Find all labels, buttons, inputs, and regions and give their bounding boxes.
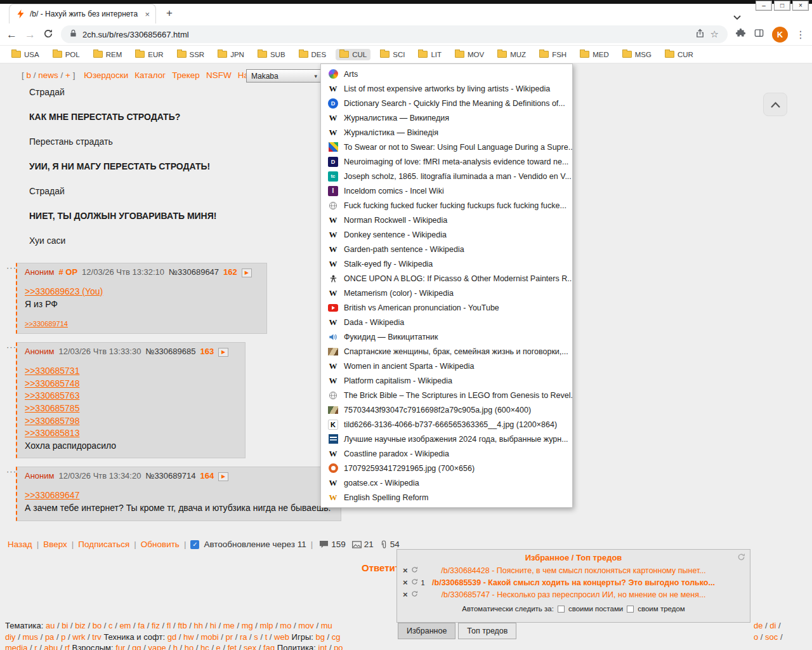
post-ordinal-link[interactable]: 163 — [200, 347, 214, 356]
new-tab-button[interactable]: + — [162, 6, 176, 20]
board-link[interactable]: hw — [183, 632, 194, 642]
tab-favorites[interactable]: Избранное — [398, 623, 455, 639]
board-link[interactable]: mu — [321, 621, 332, 630]
share-icon[interactable] — [695, 29, 705, 41]
post-menu-button[interactable]: ▶ — [242, 269, 252, 277]
refresh-favorite-icon[interactable] — [411, 590, 418, 599]
board-link[interactable]: fet — [228, 643, 237, 650]
bookmark-folder-mov[interactable]: MOV — [451, 49, 488, 60]
board-nav-board-link[interactable]: + — [65, 70, 70, 80]
bookmark-item[interactable]: To Swear or not to Swear: Using Foul Lan… — [321, 140, 572, 154]
bookmark-star-icon[interactable]: ☆ — [710, 29, 719, 40]
board-nav-board-link[interactable]: b — [27, 70, 32, 80]
favorites-refresh-icon[interactable] — [737, 553, 745, 563]
board-nav-link[interactable]: Трекер — [172, 70, 200, 80]
board-link[interactable]: mobi — [200, 632, 218, 642]
reply-quote-link[interactable]: >>330685748 — [25, 378, 235, 390]
bookmark-item[interactable]: DDictionary Search - Quickly Find the Me… — [321, 96, 572, 110]
bookmark-item[interactable]: WCoastline paradox - Wikipedia — [321, 446, 572, 461]
remove-favorite-button[interactable]: × — [403, 578, 408, 587]
board-link[interactable]: bg — [315, 632, 324, 642]
bookmark-folder-lit[interactable]: LIT — [414, 49, 445, 60]
bookmark-item[interactable]: Лучшие научные изображения 2024 года, вы… — [321, 432, 572, 446]
board-link[interactable]: de — [754, 621, 763, 630]
board-nav-link[interactable]: NSFW — [206, 70, 232, 80]
side-panel-icon[interactable] — [754, 28, 764, 41]
board-link[interactable]: rf — [65, 643, 70, 650]
board-link[interactable]: em — [119, 621, 131, 630]
back-button[interactable]: ← — [6, 29, 17, 40]
board-link[interactable]: ftb — [178, 621, 187, 630]
favorite-thread-link[interactable]: /b/330685539 - Какой смысл ходить на кон… — [397, 578, 750, 587]
reply-backlink[interactable]: >>330689714 — [25, 320, 68, 328]
bookmark-item[interactable]: WMetamerism (color) - Wikipedia — [321, 286, 572, 300]
extensions-puzzle-icon[interactable] — [735, 28, 746, 41]
tab-top-threads[interactable]: Топ тредов — [458, 623, 516, 639]
board-link[interactable]: int — [318, 643, 327, 650]
post-menu-button[interactable]: ▶ — [218, 348, 228, 357]
bookmark-folder-cur[interactable]: CUR — [661, 49, 697, 60]
reply-quote-link[interactable]: >>330685785 — [25, 402, 235, 415]
board-link[interactable]: mus — [22, 632, 38, 642]
board-link[interactable]: fa — [138, 621, 145, 630]
bookmark-item[interactable]: Спартанские женщины, брак, семейная жизн… — [321, 344, 572, 359]
bookmark-folder-msg[interactable]: MSG — [619, 49, 655, 60]
bookmark-item[interactable]: WЖурналістика — Вікіпедія — [321, 125, 572, 140]
board-link[interactable]: mo — [280, 621, 291, 630]
board-link[interactable]: fiz — [152, 621, 160, 630]
tab-search-chevron-icon[interactable] — [733, 11, 741, 23]
board-link[interactable]: me — [223, 621, 235, 630]
board-link[interactable]: wrk — [72, 632, 85, 642]
subscribe-link[interactable]: Подписаться — [78, 540, 129, 549]
board-link[interactable]: pr — [225, 632, 233, 642]
tab-close-icon[interactable]: × — [145, 10, 150, 19]
board-link[interactable]: di — [769, 621, 776, 630]
remove-favorite-button[interactable]: × — [403, 590, 408, 599]
back-link[interactable]: Назад — [8, 540, 32, 549]
bookmark-folder-fsh[interactable]: FSH — [535, 49, 570, 60]
bookmark-item[interactable]: Фукидид — Викицитатник — [321, 329, 572, 344]
bookmark-item[interactable]: Ktild6266-3136-4066-b737-666565363365__4… — [321, 417, 572, 432]
board-link[interactable]: bi — [62, 621, 68, 630]
bookmark-folder-med[interactable]: MED — [576, 49, 613, 60]
board-nav-link[interactable]: Каталог — [134, 70, 166, 80]
board-link[interactable]: po — [334, 643, 343, 650]
refresh-thread-link[interactable]: Обновить — [141, 540, 180, 549]
board-link[interactable]: mlp — [260, 621, 273, 630]
bookmark-folder-ssr[interactable]: SSR — [173, 49, 209, 60]
bookmark-folder-jpn[interactable]: JPN — [214, 49, 248, 60]
post-menu-button[interactable]: ▶ — [218, 472, 228, 481]
up-link[interactable]: Вверх — [43, 540, 67, 549]
board-link[interactable]: trv — [92, 632, 101, 642]
board-nav-board-link[interactable]: news — [38, 70, 58, 80]
bookmark-item[interactable]: 75703443f93047c7916698f2a79c905a.jpg (60… — [321, 402, 572, 417]
board-link[interactable]: sex — [244, 643, 256, 650]
bookmark-item[interactable]: WPlatform capitalism - Wikipedia — [321, 373, 572, 388]
board-link[interactable]: hc — [200, 643, 209, 650]
bookmark-folder-des[interactable]: DES — [295, 49, 331, 60]
watch-own-thread-checkbox[interactable] — [627, 606, 634, 613]
reply-quote-link[interactable]: >>330685813 — [25, 427, 235, 440]
favorite-thread-link[interactable]: /b/330685747 - Несколько раз переспросил… — [397, 590, 750, 599]
reply-quote-link[interactable]: >>330685798 — [25, 415, 235, 428]
bookmark-item[interactable]: WDonkey sentence - Wikipedia — [321, 227, 572, 242]
bookmark-item[interactable]: WDada - Wikipedia — [321, 315, 572, 329]
url-text[interactable]: 2ch.su/b/res/330685667.html — [82, 30, 690, 39]
bookmark-folder-rem[interactable]: REM — [89, 49, 126, 60]
browser-tab[interactable]: /b/ - Нахуй жить без интернета × — [9, 4, 156, 23]
bookmark-item[interactable]: Arts — [321, 67, 572, 81]
bookmark-item[interactable]: DNeuroimaging of love: fMRI meta-analysi… — [321, 154, 572, 169]
bookmark-item[interactable]: WList of most expensive artworks by livi… — [321, 81, 572, 96]
board-link[interactable]: abu — [44, 643, 58, 650]
bookmark-item[interactable]: WEnglish Spelling Reform — [321, 490, 572, 505]
board-link[interactable]: ra — [240, 632, 247, 642]
board-link[interactable]: biz — [75, 621, 86, 630]
bookmark-item[interactable]: WWomen in ancient Sparta - Wikipedia — [321, 359, 572, 373]
board-link[interactable]: fag — [263, 643, 275, 650]
bookmark-item[interactable]: British vs American pronunciation - YouT… — [321, 300, 572, 315]
board-link[interactable]: diy — [5, 632, 16, 642]
reload-button[interactable] — [43, 29, 53, 41]
bookmark-item[interactable]: WGarden-path sentence - Wikipedia — [321, 242, 572, 256]
board-link[interactable]: media — [5, 643, 27, 650]
watch-own-posts-checkbox[interactable] — [558, 606, 565, 613]
